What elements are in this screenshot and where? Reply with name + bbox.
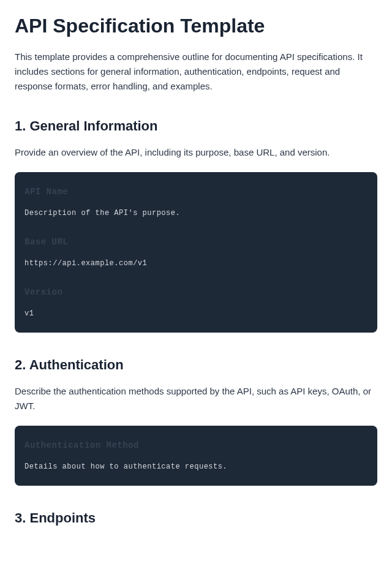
section-heading-endpoints: 3. Endpoints [15, 510, 377, 526]
section-description-general: Provide an overview of the API, includin… [15, 145, 377, 160]
code-value: Description of the API's purpose. [24, 209, 368, 217]
code-block-auth: Authentication Method Details about how … [15, 426, 377, 486]
code-section: Version v1 [24, 287, 368, 318]
code-section: Base URL https://api.example.com/v1 [24, 237, 368, 268]
section-heading-general: 1. General Information [15, 118, 377, 134]
section-heading-auth: 2. Authentication [15, 357, 377, 373]
page-title: API Specification Template [15, 15, 377, 37]
intro-paragraph: This template provides a comprehensive o… [15, 50, 377, 94]
code-section: API Name Description of the API's purpos… [24, 187, 368, 217]
code-label: Authentication Method [24, 440, 368, 450]
section-description-auth: Describe the authentication methods supp… [15, 384, 377, 413]
code-value: https://api.example.com/v1 [24, 259, 368, 268]
code-label: Version [24, 287, 368, 297]
code-block-general: API Name Description of the API's purpos… [15, 172, 377, 333]
code-label: Base URL [24, 237, 368, 247]
code-label: API Name [24, 187, 368, 197]
code-value: Details about how to authenticate reques… [24, 462, 368, 471]
code-value: v1 [24, 309, 368, 318]
code-section: Authentication Method Details about how … [24, 440, 368, 471]
